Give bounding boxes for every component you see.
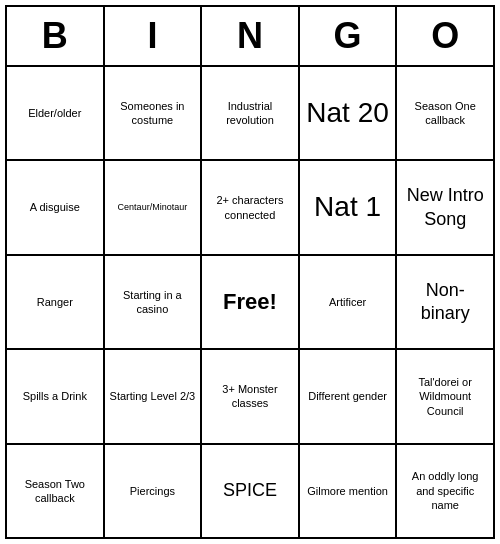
header-letter-I: I — [105, 7, 203, 65]
bingo-row-3: Spills a DrinkStarting Level 2/33+ Monst… — [7, 350, 493, 444]
bingo-cell-2-0: Ranger — [7, 256, 105, 348]
bingo-grid: Elder/olderSomeones in costumeIndustrial… — [7, 67, 493, 537]
bingo-cell-0-4: Season One callback — [397, 67, 493, 159]
bingo-cell-2-3: Artificer — [300, 256, 398, 348]
bingo-cell-1-0: A disguise — [7, 161, 105, 253]
bingo-cell-0-0: Elder/older — [7, 67, 105, 159]
bingo-cell-2-2: Free! — [202, 256, 300, 348]
bingo-cell-1-3: Nat 1 — [300, 161, 398, 253]
bingo-cell-3-0: Spills a Drink — [7, 350, 105, 442]
bingo-row-2: RangerStarting in a casinoFree!Artificer… — [7, 256, 493, 350]
bingo-cell-3-3: Different gender — [300, 350, 398, 442]
header-letter-O: O — [397, 7, 493, 65]
header-letter-N: N — [202, 7, 300, 65]
bingo-cell-3-4: Tal'dorei or Wildmount Council — [397, 350, 493, 442]
bingo-cell-3-2: 3+ Monster classes — [202, 350, 300, 442]
bingo-cell-0-1: Someones in costume — [105, 67, 203, 159]
bingo-cell-1-4: New Intro Song — [397, 161, 493, 253]
bingo-row-0: Elder/olderSomeones in costumeIndustrial… — [7, 67, 493, 161]
bingo-row-4: Season Two callbackPiercingsSPICEGilmore… — [7, 445, 493, 537]
bingo-cell-0-3: Nat 20 — [300, 67, 398, 159]
bingo-row-1: A disguiseCentaur/Minotaur2+ characters … — [7, 161, 493, 255]
bingo-cell-2-1: Starting in a casino — [105, 256, 203, 348]
bingo-cell-3-1: Starting Level 2/3 — [105, 350, 203, 442]
bingo-card: BINGO Elder/olderSomeones in costumeIndu… — [5, 5, 495, 539]
bingo-header: BINGO — [7, 7, 493, 67]
bingo-cell-4-1: Piercings — [105, 445, 203, 537]
bingo-cell-4-3: Gilmore mention — [300, 445, 398, 537]
bingo-cell-1-2: 2+ characters connected — [202, 161, 300, 253]
header-letter-G: G — [300, 7, 398, 65]
bingo-cell-2-4: Non-binary — [397, 256, 493, 348]
bingo-cell-4-2: SPICE — [202, 445, 300, 537]
bingo-cell-4-4: An oddly long and specific name — [397, 445, 493, 537]
bingo-cell-4-0: Season Two callback — [7, 445, 105, 537]
bingo-cell-0-2: Industrial revolution — [202, 67, 300, 159]
bingo-cell-1-1: Centaur/Minotaur — [105, 161, 203, 253]
header-letter-B: B — [7, 7, 105, 65]
